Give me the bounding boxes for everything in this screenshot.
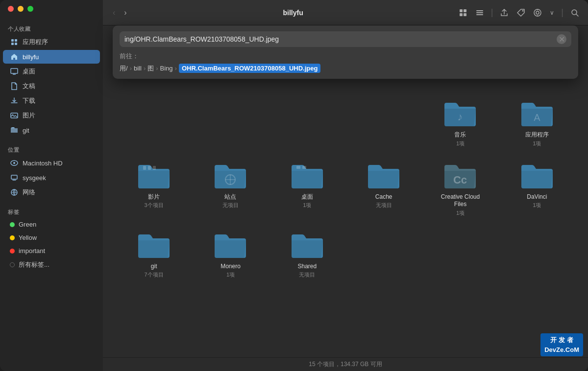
folder-cache[interactable]: Cache 无项目 [347,156,420,222]
green-tag-dot [10,222,15,227]
sidebar-item-sysgeek-label: sysgeek [23,174,46,182]
view-grid-button[interactable] [457,6,469,19]
monero-folder-name: Monero [220,263,241,271]
view-options-button[interactable] [473,6,486,19]
sidebar-item-downloads[interactable]: 下载 [3,94,100,108]
shared-folder-name: Shared [297,263,317,271]
svg-rect-10 [11,175,17,179]
tag-button[interactable] [514,6,527,19]
network-icon [10,188,19,197]
folder-music[interactable]: ♪ 音乐 1项 [424,94,496,152]
folder-cc[interactable]: Cc Creative CloudFiles 1项 [424,156,496,222]
sidebar-item-pictures-label: 图片 [23,111,35,120]
svg-point-9 [13,162,15,164]
svg-rect-0 [11,39,14,42]
address-clear-button[interactable]: ✕ [557,34,566,44]
folder-monero[interactable]: Monero 1项 [194,226,267,284]
svg-rect-1 [15,39,17,42]
sidebar-item-applications[interactable]: 应用程序 [3,35,100,49]
breadcrumb-sep-4: › [175,65,177,72]
macintosh-hd-icon [10,159,19,167]
downloads-icon [10,96,19,105]
folder-apps[interactable]: A 应用程序 1项 [501,94,573,152]
watermark-line1: 开 发 者 [544,335,579,345]
traffic-lights [8,6,33,12]
breadcrumb-bill[interactable]: bill [134,65,142,72]
svg-rect-16 [476,10,483,11]
folder-git[interactable]: git 7个项目 [118,226,190,284]
git-folder2-name: git [151,263,157,271]
shared-folder-icon [290,231,325,260]
svg-rect-30 [153,166,156,170]
movies-folder-name: 影片 [148,193,160,201]
svg-text:A: A [534,112,540,123]
toolbar-icon-group: | ∨ [457,6,581,19]
sidebar-item-tag-green-label: Green [19,221,36,228]
close-button[interactable] [8,6,14,12]
breadcrumb-bing[interactable]: Bing [160,65,173,72]
svg-line-25 [576,14,578,16]
breadcrumb-sep-3: › [156,65,158,72]
music-folder-name: 音乐 [454,131,466,139]
folder-desktop[interactable]: 桌面 1项 [271,156,343,222]
breadcrumb-file[interactable]: OHR.ClamBears_ROW2103708058_UHD.jpeg [179,64,320,73]
favorites-label: 个人收藏 [0,22,103,35]
sidebar-item-downloads-label: 下载 [23,96,35,105]
sidebar-item-billyfu[interactable]: billyfu [3,50,100,64]
status-bar: 15 个项目，134.37 GB 可用 [103,357,588,371]
music-folder-count: 1项 [456,140,465,147]
folder-davinci[interactable]: DaVinci 1项 [501,156,573,222]
sidebar-item-tag-important[interactable]: important [3,245,100,257]
search-button[interactable] [568,6,581,19]
share-button[interactable] [498,6,511,19]
sidebar-item-network[interactable]: 网络 [3,186,100,199]
davinci-folder-name: DaVinci [527,193,547,201]
movies-folder-count: 3个项目 [145,202,164,209]
svg-point-20 [534,9,541,16]
sidebar-item-network-label: 网络 [23,188,35,197]
sidebar: 个人收藏 应用程序 billyfu 桌面 文稿 下载 图片 [0,0,103,371]
minimize-button[interactable] [18,6,24,12]
breadcrumb-users[interactable]: 用/ [120,64,128,73]
watermark: 开 发 者 DevZe.CoM [540,333,583,356]
svg-rect-29 [148,166,151,170]
sidebar-item-tag-yellow[interactable]: Yellow [3,232,100,244]
cc-folder-name: Creative CloudFiles [441,193,480,209]
svg-point-19 [522,10,524,11]
documents-icon [10,82,19,91]
toolbar-title: billyfu [136,9,451,17]
cache-folder-name: Cache [375,193,392,201]
sidebar-item-git[interactable]: git [3,123,100,137]
sidebar-item-sysgeek[interactable]: sysgeek [3,171,100,185]
desktop-folder-icon [290,161,325,190]
empty-cell-4 [347,94,420,152]
breadcrumb-row: 用/ › bill › 图 › Bing › OHR.ClamBears_ROW… [120,64,571,73]
locations-label: 位置 [0,142,103,156]
breadcrumb-tu[interactable]: 图 [147,64,154,73]
svg-rect-2 [11,43,14,45]
sites-folder-count: 无项目 [222,202,239,209]
sidebar-item-tag-all[interactable]: 所有标签... [3,258,100,272]
folder-shared[interactable]: Shared 无项目 [271,226,343,284]
pictures-icon [10,111,19,120]
fullscreen-button[interactable] [27,6,33,12]
svg-rect-14 [460,13,463,16]
action-button[interactable] [531,6,544,19]
sidebar-item-desktop-label: 桌面 [23,67,35,76]
folder-sites[interactable]: 站点 无项目 [194,156,267,222]
apps-folder-count: 1项 [533,140,541,147]
svg-rect-12 [460,9,463,12]
back-button[interactable]: ‹ [110,6,118,19]
address-input[interactable] [124,35,557,43]
more-button[interactable]: ∨ [548,7,556,18]
nav-buttons: ‹ › [110,6,130,19]
monero-folder-count: 1项 [226,271,235,278]
status-text: 15 个项目，134.37 GB 可用 [309,360,382,369]
forward-button[interactable]: › [121,6,129,19]
sidebar-item-desktop[interactable]: 桌面 [3,65,100,78]
sidebar-item-macintosh-hd[interactable]: Macintosh HD [3,156,100,170]
sidebar-item-documents[interactable]: 文稿 [3,79,100,93]
sidebar-item-pictures[interactable]: 图片 [3,109,100,122]
sidebar-item-tag-green[interactable]: Green [3,218,100,231]
folder-movies[interactable]: 影片 3个项目 [118,156,190,222]
